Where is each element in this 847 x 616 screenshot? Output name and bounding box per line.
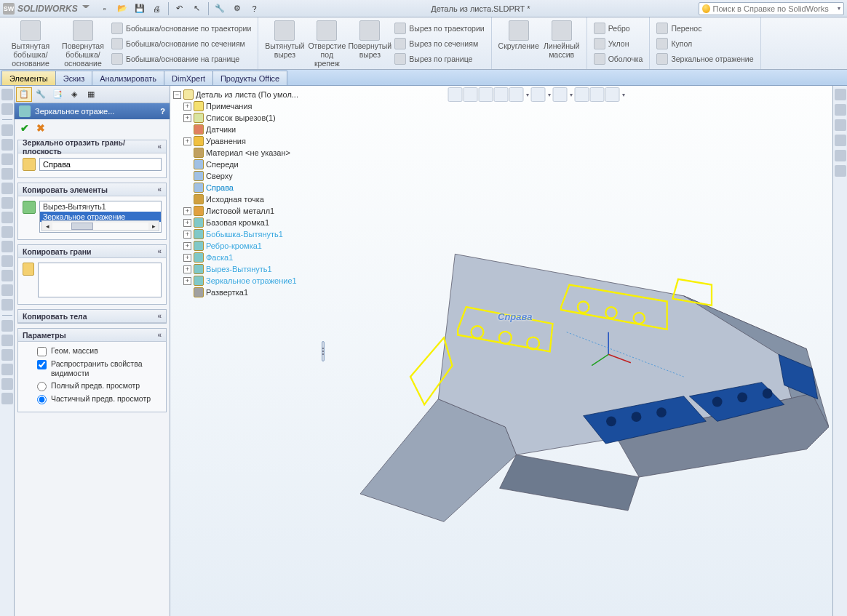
scroll-left-icon[interactable]: ◂ xyxy=(42,223,52,230)
ok-button[interactable]: ✔ xyxy=(20,122,29,134)
dropdown-icon[interactable]: ▾ xyxy=(546,92,552,98)
sweep-boss-button[interactable]: Бобышка/основание по траектории xyxy=(109,20,253,36)
dropdown-icon[interactable]: ▾ xyxy=(568,92,574,98)
tree-expand-icon[interactable]: + xyxy=(183,114,191,122)
section-view-icon[interactable] xyxy=(494,87,509,102)
tree-node[interactable]: Исходная точка xyxy=(183,193,319,205)
tab-office[interactable]: Продукты Office xyxy=(212,71,287,85)
tree-node[interactable]: Справа xyxy=(183,182,319,193)
scene-icon[interactable] xyxy=(575,87,589,102)
sweep-cut-button[interactable]: Вырез по траектории xyxy=(392,20,486,36)
tree-node[interactable]: +Примечания xyxy=(183,100,319,112)
view-settings-icon[interactable] xyxy=(605,87,620,102)
open-doc-button[interactable]: 📂 xyxy=(114,1,130,16)
print-button[interactable]: 🖨 xyxy=(149,1,165,16)
rail-icon[interactable] xyxy=(1,226,13,238)
rail-icon[interactable] xyxy=(1,349,13,361)
pm-section-header[interactable]: Копировать тела« xyxy=(18,310,166,323)
full-preview-radio[interactable] xyxy=(37,382,47,391)
dropdown-icon[interactable]: ▾ xyxy=(525,92,530,98)
pm-display-tab-icon[interactable]: ▦ xyxy=(83,87,99,102)
feature-tree-flyout[interactable]: −Деталь из листа (По умол... +Примечания… xyxy=(173,89,319,298)
tab-dimxpert[interactable]: DimXpert xyxy=(164,71,213,85)
wrap-button[interactable]: Перенос xyxy=(654,20,755,36)
model-view[interactable] xyxy=(327,108,829,612)
draft-button[interactable]: Уклон xyxy=(592,36,645,51)
pm-section-header[interactable]: Зеркально отразить грань/плоскость« xyxy=(18,140,166,153)
rail-icon[interactable] xyxy=(1,364,13,375)
tab-evaluate[interactable]: Анализировать xyxy=(92,71,164,85)
help-search-input[interactable] xyxy=(713,4,835,13)
rail-icon[interactable] xyxy=(1,212,13,223)
tree-node[interactable]: +Листовой металл1 xyxy=(183,205,319,217)
tree-expand-icon[interactable]: + xyxy=(183,231,191,239)
taskpane-resources-icon[interactable] xyxy=(835,89,846,100)
tree-node[interactable]: +Базовая кромка1 xyxy=(183,217,319,228)
boundary-cut-button[interactable]: Вырез по границе xyxy=(392,51,486,66)
geom-pattern-checkbox[interactable] xyxy=(37,347,47,356)
loft-cut-button[interactable]: Вырез по сечениям xyxy=(392,36,486,51)
pm-pm-tab-icon[interactable]: 🔧 xyxy=(33,87,49,102)
extruded-cut-button[interactable]: Вытянутый вырез xyxy=(263,19,306,60)
boundary-boss-button[interactable]: Бобышка/основание на границе xyxy=(109,51,253,66)
tree-node[interactable]: Материал <не указан> xyxy=(183,147,319,159)
tree-expand-icon[interactable]: + xyxy=(183,207,191,215)
rail-icon[interactable] xyxy=(1,153,13,165)
zoom-area-icon[interactable] xyxy=(464,87,478,102)
extruded-boss-button[interactable]: Вытянутая бобышка/основание xyxy=(4,19,57,69)
brand-menu-dropdown-icon[interactable] xyxy=(82,5,90,12)
dropdown-icon[interactable]: ▾ xyxy=(621,92,627,98)
pm-config-tab-icon[interactable]: 📑 xyxy=(49,87,65,102)
loft-boss-button[interactable]: Бобышка/основание по сечениям xyxy=(109,36,253,51)
dome-button[interactable]: Купол xyxy=(654,36,755,51)
appearance-icon[interactable] xyxy=(590,87,605,102)
revolved-boss-button[interactable]: Повернутая бобышка/основание xyxy=(57,19,109,69)
rail-icon[interactable] xyxy=(1,393,13,404)
taskpane-library-icon[interactable] xyxy=(835,104,846,116)
scroll-thumb[interactable] xyxy=(71,223,93,230)
pm-section-header[interactable]: Копировать элементы« xyxy=(18,183,166,196)
pm-tree-tab-icon[interactable]: 📋 xyxy=(16,87,32,102)
help-button[interactable]: ? xyxy=(247,1,263,16)
zoom-fit-icon[interactable] xyxy=(448,87,463,102)
mirror-button[interactable]: Зеркальное отражение xyxy=(654,51,755,66)
tree-expand-icon[interactable]: + xyxy=(183,242,191,250)
taskpane-explorer-icon[interactable] xyxy=(835,119,846,131)
rail-icon[interactable] xyxy=(1,299,13,311)
tree-node[interactable]: +Список вырезов(1) xyxy=(183,112,319,124)
list-item[interactable]: Вырез-Вытянуть1 xyxy=(40,201,161,212)
tree-expand-icon[interactable]: + xyxy=(183,254,191,262)
rail-icon[interactable] xyxy=(1,284,13,296)
graphics-viewport[interactable]: ▾ ▾ ▾ ▾ −Деталь из листа (По умол... +Пр… xyxy=(170,86,832,616)
horizontal-scrollbar[interactable]: ◂ ▸ xyxy=(41,220,159,231)
rebuild-button[interactable]: 🔧 xyxy=(212,1,228,16)
tree-collapse-icon[interactable]: − xyxy=(173,91,181,99)
tree-root-label[interactable]: Деталь из листа (По умол... xyxy=(196,90,298,99)
rail-icon[interactable] xyxy=(1,320,13,332)
help-search-box[interactable]: ▾ xyxy=(699,2,844,15)
rail-icon[interactable] xyxy=(1,378,13,390)
hole-wizard-button[interactable]: Отверстие под крепеж xyxy=(306,19,347,69)
shell-button[interactable]: Оболочка xyxy=(592,51,645,66)
taskpane-appearance-icon[interactable] xyxy=(835,150,846,161)
splitter-handle-icon[interactable] xyxy=(322,341,325,361)
pm-section-header[interactable]: Копировать грани« xyxy=(18,245,166,258)
rail-icon[interactable] xyxy=(1,255,13,267)
save-button[interactable]: 💾 xyxy=(132,1,148,16)
features-list-box[interactable]: Вырез-Вытянуть1 Зеркальное отражение ◂ ▸ xyxy=(39,201,162,233)
faces-list-box[interactable] xyxy=(38,263,162,297)
options-button[interactable]: ⚙ xyxy=(229,1,245,16)
pm-section-header[interactable]: Параметры« xyxy=(18,329,166,342)
tab-features[interactable]: Элементы xyxy=(1,71,56,85)
tree-node[interactable]: Развертка1 xyxy=(183,287,319,298)
display-style-icon[interactable] xyxy=(531,87,546,102)
tree-node[interactable]: Сверху xyxy=(183,170,319,182)
tree-expand-icon[interactable]: + xyxy=(183,265,191,273)
rail-icon[interactable] xyxy=(1,197,13,209)
rail-icon[interactable] xyxy=(1,241,13,252)
tree-expand-icon[interactable]: + xyxy=(183,277,191,285)
new-doc-button[interactable]: ▫ xyxy=(97,1,113,16)
rail-icon[interactable] xyxy=(1,335,13,346)
select-button[interactable]: ↖ xyxy=(189,1,205,16)
tree-node[interactable]: +Вырез-Вытянуть1 xyxy=(183,263,319,275)
